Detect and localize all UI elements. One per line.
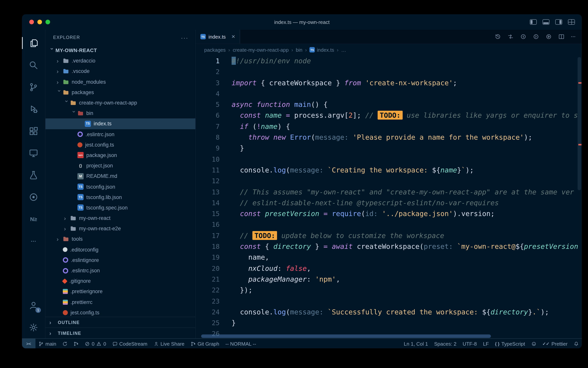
tree-item-.prettierignore[interactable]: ›.prettierignore (45, 286, 195, 297)
activity-run-debug[interactable] (22, 98, 45, 120)
tree-item-package.json[interactable]: ›npmpackage.json (45, 150, 195, 160)
line-number[interactable]: 17 (196, 230, 220, 241)
code-line-8[interactable]: 8 throw new Error(message: 'Please provi… (196, 132, 582, 143)
code-line-25[interactable]: 25} (196, 317, 582, 329)
tree-item-my-own-react-e2e[interactable]: ›my-own-react-e2e (45, 223, 195, 234)
activity-source-control[interactable] (22, 76, 45, 98)
activity-search[interactable] (22, 54, 45, 76)
activity-explorer[interactable] (22, 32, 45, 54)
tree-item-.eslintrc.json[interactable]: ›.eslintrc.json (45, 129, 195, 139)
line-number[interactable]: 15 (196, 208, 220, 219)
status-codestream[interactable]: CodeStream (109, 339, 150, 348)
code-line-5[interactable]: 5async function main() { (196, 99, 582, 110)
status-indentation[interactable]: Spaces: 2 (431, 339, 460, 348)
code-line-17[interactable]: 17 // TODO: update below to customize th… (196, 230, 582, 241)
titlebar[interactable]: index.ts — my-own-react (22, 14, 582, 30)
section-timeline[interactable]: ›TIMELINE (45, 328, 195, 338)
history-button[interactable] (495, 34, 501, 40)
status-git-graph[interactable]: Git Graph (187, 339, 222, 348)
section-outline[interactable]: ›OUTLINE (45, 317, 195, 328)
line-number[interactable]: 21 (196, 274, 220, 285)
tree-item-.eslintrc.json[interactable]: ›.eslintrc.json (45, 265, 195, 276)
tree-item-jest.config.ts[interactable]: ›jest.config.ts (45, 139, 195, 150)
code-line-3[interactable]: 3import { createWorkspace } from 'create… (196, 77, 582, 88)
more-actions-button[interactable]: ··· (571, 34, 576, 39)
line-number[interactable]: 6 (196, 110, 220, 121)
tree-item-node_modules[interactable]: ›node_modules (45, 77, 195, 87)
code-line-20[interactable]: 20 nxCloud: false, (196, 263, 582, 274)
minimize-window-button[interactable] (37, 20, 42, 24)
code-line-21[interactable]: 21 packageManager: 'npm', (196, 274, 582, 285)
tree-item-tsconfig.json[interactable]: ›TStsconfig.json (45, 182, 195, 192)
line-number[interactable]: 12 (196, 176, 220, 187)
code-line-15[interactable]: 15 const presetVersion = require(id: '..… (196, 208, 582, 219)
code-line-4[interactable]: 4 (196, 88, 582, 99)
line-number[interactable]: 24 (196, 307, 220, 318)
line-number[interactable]: 7 (196, 121, 220, 132)
line-number[interactable]: 8 (196, 132, 220, 143)
explorer-more-actions-icon[interactable]: ··· (181, 34, 188, 41)
line-number[interactable]: 16 (196, 219, 220, 230)
code-line-1[interactable]: 1#!/usr/bin/env node (196, 55, 582, 66)
breadcrumb-bin[interactable]: bin (296, 47, 302, 53)
line-number[interactable]: 3 (196, 77, 220, 88)
activity-extensions[interactable] (22, 120, 45, 142)
split-editor-button[interactable] (558, 34, 564, 40)
vertical-scrollbar[interactable] (578, 57, 581, 190)
activity-remote-explorer[interactable] (22, 142, 45, 164)
code-line-22[interactable]: 22 }); (196, 285, 582, 296)
tree-item-.verdaccio[interactable]: ›.verdaccio (45, 55, 195, 66)
breadcrumb-overflow[interactable]: … (341, 47, 346, 53)
status-vim-mode[interactable]: -- NORMAL -- (222, 339, 259, 348)
line-number[interactable]: 14 (196, 197, 220, 209)
line-number[interactable]: 5 (196, 99, 220, 110)
status-remote-indicator[interactable]: >< (22, 339, 35, 348)
breadcrumb-packages[interactable]: packages (204, 47, 226, 53)
tree-item-create-my-own-react-app[interactable]: ›create-my-own-react-app (45, 98, 195, 108)
nav-forward-button[interactable] (533, 34, 539, 40)
tab-index-ts[interactable]: TS index.ts × (196, 30, 240, 44)
activity-nx-console[interactable]: N≥ (22, 208, 45, 230)
line-number[interactable]: 23 (196, 296, 220, 307)
toggle-panel-button[interactable] (543, 19, 549, 25)
status-eol[interactable]: LF (480, 339, 492, 348)
status-encoding[interactable]: UTF-8 (459, 339, 480, 348)
code-line-13[interactable]: 13 // This assumes "my-own-react" and "c… (196, 186, 582, 197)
line-number[interactable]: 13 (196, 186, 220, 197)
line-number[interactable]: 4 (196, 88, 220, 99)
code-line-12[interactable]: 12 (196, 176, 582, 187)
tree-item-.eslintignore[interactable]: ›.eslintignore (45, 255, 195, 265)
tree-item-.gitignore[interactable]: ›.gitignore (45, 276, 195, 286)
line-number[interactable]: 22 (196, 285, 220, 296)
tree-item-.editorconfig[interactable]: ›.editorconfig (45, 244, 195, 255)
status-problems[interactable]: 00 (82, 339, 109, 348)
tree-item-tsconfig.spec.json[interactable]: ›TStsconfig.spec.json (45, 202, 195, 213)
open-changes-button[interactable] (508, 34, 514, 40)
nav-back-button[interactable] (520, 34, 526, 40)
line-number[interactable]: 18 (196, 241, 220, 252)
tree-item-jest.config.ts[interactable]: ›jest.config.ts (45, 307, 195, 317)
code-line-6[interactable]: 6 const name = process.argv[2]; // TODO:… (196, 110, 582, 121)
activity-codestream[interactable] (22, 186, 45, 208)
toggle-secondary-sidebar-button[interactable] (555, 19, 562, 25)
toggle-sidebar-button[interactable] (530, 19, 537, 25)
line-number[interactable]: 25 (196, 317, 220, 329)
code-line-2[interactable]: 2 (196, 66, 582, 78)
status-prettier[interactable]: ✓✓Prettier (539, 339, 571, 348)
status-cursor-position[interactable]: Ln 1, Col 1 (401, 339, 431, 348)
tree-item-README.md[interactable]: ›MREADME.md (45, 171, 195, 182)
tree-item-my-own-react[interactable]: ›my-own-react (45, 213, 195, 223)
code-line-10[interactable]: 10 (196, 154, 582, 165)
line-number[interactable]: 11 (196, 165, 220, 176)
code-line-19[interactable]: 19 name, (196, 252, 582, 263)
tree-item-tools[interactable]: ›tools (45, 234, 195, 244)
tree-item-.prettierrc[interactable]: ›.prettierrc (45, 297, 195, 307)
activity-accounts[interactable]: 1 (22, 294, 45, 316)
activity-testing[interactable] (22, 164, 45, 186)
tree-item-.vscode[interactable]: ›.vscode (45, 66, 195, 77)
status-git-branch[interactable]: main (35, 339, 59, 348)
code-line-14[interactable]: 14 // eslint-disable-next-line @typescri… (196, 197, 582, 209)
breadcrumb-index.ts[interactable]: TSindex.ts (310, 47, 334, 53)
tree-item-tsconfig.lib.json[interactable]: ›TStsconfig.lib.json (45, 192, 195, 202)
tree-item-project.json[interactable]: ›{}project.json (45, 160, 195, 171)
